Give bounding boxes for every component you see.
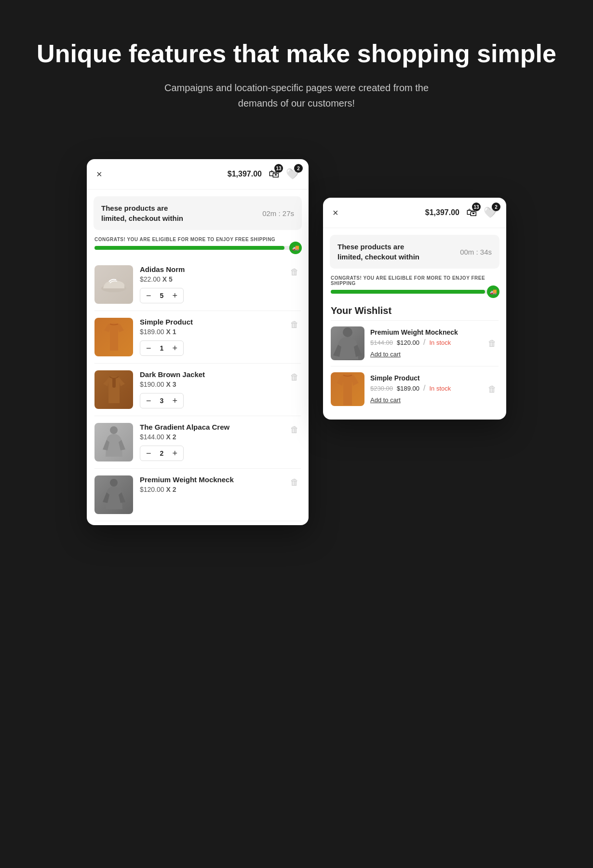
wishlist-item-simple: Simple Product $230.00 $189.00 / In stoc…	[331, 366, 499, 412]
cart-item-alpaca: The Gradient Alpaca Crew $144.00 X 2 − 2…	[94, 416, 301, 469]
qty-value-simple: 1	[158, 344, 166, 352]
close-button-2[interactable]: ×	[333, 207, 338, 218]
wishlist-items-list: Premium Weight Mockneck $144.00 $120.00 …	[323, 320, 506, 420]
wishlist-icon-wrap-1[interactable]: 🤍 2	[286, 168, 299, 180]
item-details-simple: Simple Product $189.00 X 1 − 1 +	[140, 318, 282, 356]
hero-title: Unique features that make shopping simpl…	[10, 39, 583, 68]
qty-increase-adidas[interactable]: +	[173, 291, 178, 300]
close-button-1[interactable]: ×	[96, 169, 102, 180]
item-details-mockneck: Premium Weight Mockneck $120.00 X 2	[140, 475, 282, 498]
price-old-mockneck: $144.00	[370, 339, 393, 346]
cart-item-mockneck: Premium Weight Mockneck $120.00 X 2 🗑	[94, 469, 301, 521]
shipping-section-2: CONGRATS! YOU ARE ELIGIBLE FOR MORE TO E…	[323, 275, 506, 298]
wishlist-price-row-mockneck: $144.00 $120.00 / In stock	[370, 338, 480, 347]
in-stock-mockneck: In stock	[429, 339, 451, 346]
item-image-adidas	[94, 265, 133, 304]
wishlist-badge-2: 2	[492, 203, 500, 211]
qty-controls-jacket[interactable]: − 3 +	[140, 393, 184, 408]
wishlist-header: Your Wishlist	[323, 298, 506, 320]
card-header-2: × $1,397.00 🛍 13 🤍 2	[323, 198, 506, 228]
item-name-jacket: Dark Brown Jacket	[140, 370, 282, 379]
timer-line1: These products are	[101, 204, 168, 212]
cart-items-list-1: Adidas Norm $22.00 X 5 − 5 + 🗑	[87, 255, 309, 525]
wishlist-img-mockneck	[331, 326, 364, 360]
progress-fill-1	[94, 246, 284, 250]
wishlist-details-mockneck: Premium Weight Mockneck $144.00 $120.00 …	[370, 328, 480, 358]
cart-card-1: × $1,397.00 🛍 13 🤍 2 These products are …	[87, 159, 309, 525]
qty-controls-adidas[interactable]: − 5 +	[140, 288, 184, 303]
cart-badge-1: 13	[274, 164, 283, 173]
svg-point-4	[343, 327, 352, 337]
wishlist-simple-svg	[331, 372, 364, 406]
delete-alpaca[interactable]: 🗑	[288, 423, 301, 437]
wishlist-icon-wrap-2[interactable]: 🤍 2	[484, 206, 497, 219]
card-header-1: × $1,397.00 🛍 13 🤍 2	[87, 159, 309, 190]
wishlist-details-simple: Simple Product $230.00 $189.00 / In stoc…	[370, 374, 480, 404]
header-right-2: $1,397.00 🛍 13 🤍 2	[425, 206, 497, 219]
qty-decrease-simple[interactable]: −	[146, 344, 151, 353]
price-old-simple: $230.00	[370, 385, 393, 392]
shipping-section-1: CONGRATS! YOU ARE ELIGIBLE FOR MORE TO E…	[87, 237, 309, 255]
qty-controls-alpaca[interactable]: − 2 +	[140, 446, 184, 461]
delete-simple[interactable]: 🗑	[288, 318, 301, 332]
shipping-label-1: CONGRATS! YOU ARE ELIGIBLE FOR MORE TO E…	[94, 237, 301, 242]
wishlist-badge-1: 2	[294, 164, 303, 173]
add-to-cart-simple[interactable]: Add to cart	[370, 396, 401, 404]
total-price-1: $1,397.00	[228, 170, 262, 178]
delete-wishlist-mockneck[interactable]: 🗑	[486, 337, 499, 351]
sweater-svg	[101, 322, 127, 353]
item-name-simple: Simple Product	[140, 318, 282, 326]
add-to-cart-mockneck[interactable]: Add to cart	[370, 351, 401, 358]
svg-point-2	[110, 426, 118, 434]
shoe-svg	[99, 275, 128, 294]
hero-subtitle: Campaigns and location-specific pages we…	[152, 80, 441, 111]
item-image-simple	[94, 318, 133, 356]
price-new-mockneck: $120.00	[397, 339, 419, 346]
qty-decrease-alpaca[interactable]: −	[146, 449, 151, 458]
qty-increase-alpaca[interactable]: +	[173, 449, 178, 458]
alpaca-svg	[101, 425, 127, 459]
item-image-alpaca	[94, 423, 133, 461]
timer-line2: limited, checkout within	[101, 214, 183, 222]
wishlist-price-row-simple: $230.00 $189.00 / In stock	[370, 384, 480, 393]
item-name-adidas: Adidas Norm	[140, 265, 282, 273]
shipping-label-2: CONGRATS! YOU ARE ELIGIBLE FOR MORE TO E…	[331, 275, 499, 286]
wishlist-name-simple: Simple Product	[370, 374, 480, 382]
qty-value-adidas: 5	[158, 292, 166, 299]
cart-badge-2: 13	[472, 203, 481, 211]
delete-adidas[interactable]: 🗑	[288, 265, 301, 279]
timer-line1-2: These products are	[337, 243, 404, 251]
progress-fill-2	[331, 290, 485, 294]
delete-wishlist-simple[interactable]: 🗑	[486, 382, 499, 396]
item-price-alpaca: $144.00 X 2	[140, 433, 282, 441]
item-name-alpaca: The Gradient Alpaca Crew	[140, 423, 282, 431]
item-details-adidas: Adidas Norm $22.00 X 5 − 5 +	[140, 265, 282, 303]
qty-increase-jacket[interactable]: +	[173, 396, 178, 405]
delete-mockneck[interactable]: 🗑	[288, 475, 301, 489]
qty-controls-simple[interactable]: − 1 +	[140, 340, 184, 356]
progress-bar-1: 🚚	[94, 246, 301, 250]
truck-icon-2: 🚚	[487, 285, 499, 298]
cart-icon-wrap-1[interactable]: 🛍 13	[269, 168, 279, 180]
cart-item-jacket: Dark Brown Jacket $190.00 X 3 − 3 + 🗑	[94, 364, 301, 416]
item-price-simple: $189.00 X 1	[140, 328, 282, 336]
progress-bar-2: 🚚	[331, 290, 499, 294]
item-image-jacket	[94, 370, 133, 409]
wishlist-name-mockneck: Premium Weight Mockneck	[370, 328, 480, 336]
in-stock-simple: In stock	[429, 385, 451, 392]
timer-countdown-1: 02m : 27s	[262, 209, 294, 217]
timer-banner-2: These products are limited, checkout wit…	[330, 235, 499, 269]
item-price-jacket: $190.00 X 3	[140, 380, 282, 388]
cart-card-2: × $1,397.00 🛍 13 🤍 2 These products are …	[323, 198, 506, 420]
cart-icon-wrap-2[interactable]: 🛍 13	[466, 206, 477, 219]
timer-text-1: These products are limited, checkout wit…	[101, 203, 183, 223]
qty-decrease-jacket[interactable]: −	[146, 396, 151, 405]
qty-decrease-adidas[interactable]: −	[146, 291, 151, 300]
qty-value-jacket: 3	[158, 397, 166, 405]
price-new-simple: $189.00	[397, 385, 419, 392]
cart-item-adidas: Adidas Norm $22.00 X 5 − 5 + 🗑	[94, 258, 301, 311]
timer-banner-1: These products are limited, checkout wit…	[94, 196, 302, 230]
delete-jacket[interactable]: 🗑	[288, 370, 301, 384]
item-price-mockneck: $120.00 X 2	[140, 486, 282, 493]
qty-increase-simple[interactable]: +	[173, 344, 178, 353]
